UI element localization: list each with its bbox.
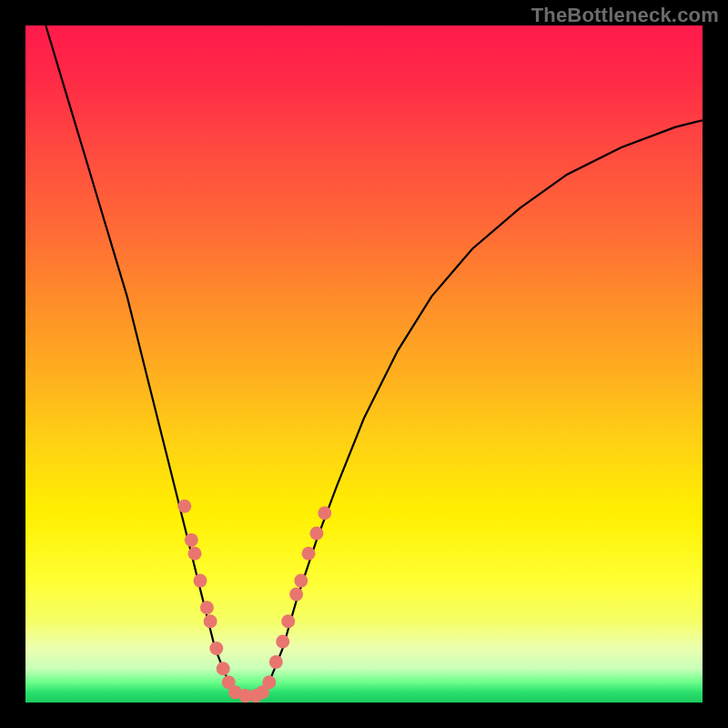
scatter-dot: [209, 642, 223, 655]
scatter-dot: [204, 614, 217, 628]
scatter-dot: [276, 635, 289, 649]
bottleneck-curve: [46, 25, 703, 696]
scatter-dot: [269, 655, 283, 669]
chart-svg: [25, 25, 703, 703]
scatter-dot: [194, 574, 207, 588]
scatter-dot: [302, 547, 316, 561]
scatter-dot: [318, 506, 331, 520]
plot-area: [25, 25, 703, 703]
scatter-dot: [185, 533, 198, 547]
scatter-dot: [294, 574, 308, 588]
scatter-dot: [177, 500, 191, 513]
scatter-dot: [289, 588, 303, 602]
scatter-dot: [281, 614, 295, 628]
chart-frame: TheBottleneck.com: [0, 0, 728, 728]
scatter-dot: [309, 527, 323, 541]
scatter-dot: [200, 601, 214, 614]
watermark-label: TheBottleneck.com: [531, 4, 719, 27]
scatter-points-group: [177, 500, 331, 703]
scatter-dot: [188, 547, 202, 561]
scatter-dot: [262, 675, 276, 689]
scatter-dot: [217, 662, 230, 675]
